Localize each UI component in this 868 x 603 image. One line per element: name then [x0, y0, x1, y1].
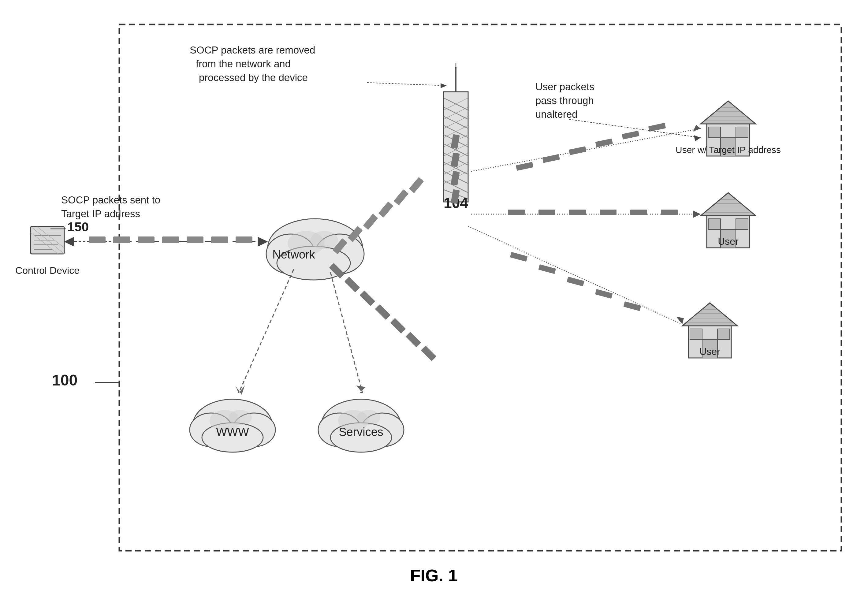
svg-rect-86 [187, 237, 203, 243]
svg-marker-40 [701, 101, 756, 124]
svg-rect-117 [566, 277, 584, 286]
svg-rect-118 [595, 289, 613, 299]
svg-rect-115 [510, 252, 528, 262]
user-pass-line2: pass through [535, 95, 594, 106]
svg-marker-81 [258, 238, 266, 245]
svg-rect-82 [89, 237, 105, 243]
svg-rect-125 [406, 332, 421, 348]
figure-caption: FIG. 1 [410, 566, 458, 585]
svg-rect-83 [113, 237, 130, 243]
svg-rect-104 [648, 123, 666, 131]
svg-rect-103 [622, 131, 639, 139]
svg-rect-129 [363, 214, 378, 230]
svg-rect-112 [661, 210, 678, 215]
svg-rect-60 [690, 329, 702, 340]
user1-label: User [718, 236, 739, 247]
svg-rect-111 [630, 210, 647, 215]
svg-marker-58 [682, 303, 737, 326]
svg-rect-130 [379, 202, 393, 218]
svg-rect-102 [596, 139, 613, 147]
svg-rect-99 [516, 162, 534, 171]
svg-marker-106 [693, 210, 701, 218]
svg-rect-0 [119, 25, 842, 551]
svg-point-77 [357, 410, 380, 425]
socp-sent-annotation: SOCP packets sent to [61, 194, 160, 206]
svg-rect-52 [736, 219, 748, 229]
svg-line-95 [330, 272, 362, 393]
svg-rect-108 [538, 210, 555, 215]
svg-rect-84 [138, 237, 155, 243]
services-label: Services [339, 425, 384, 438]
svg-marker-138 [694, 135, 701, 141]
svg-rect-109 [569, 210, 586, 215]
socp-sent-annotation2: Target IP address [61, 208, 140, 220]
svg-marker-98 [693, 125, 701, 131]
svg-rect-122 [360, 291, 375, 306]
svg-rect-123 [375, 305, 391, 320]
svg-line-113 [468, 226, 682, 324]
svg-rect-85 [162, 237, 179, 243]
diagram-number: 100 [52, 372, 77, 389]
svg-rect-131 [394, 189, 409, 205]
svg-marker-96 [356, 385, 366, 393]
control-device-number: 150 [67, 220, 89, 234]
svg-rect-51 [708, 219, 721, 229]
svg-line-135 [367, 83, 447, 86]
svg-rect-110 [600, 210, 616, 215]
svg-rect-101 [569, 146, 586, 155]
user-pass-line1: User packets [535, 81, 594, 93]
svg-marker-80 [66, 238, 73, 245]
svg-marker-136 [441, 83, 447, 88]
svg-rect-121 [345, 277, 360, 292]
control-device-label: Control Device [15, 265, 80, 276]
svg-rect-132 [409, 177, 424, 193]
svg-point-71 [229, 410, 252, 425]
network-label: Network [272, 248, 315, 261]
svg-rect-100 [542, 154, 560, 163]
svg-line-93 [239, 269, 294, 393]
socp-removed-line3: processed by the device [199, 72, 308, 83]
svg-rect-87 [211, 237, 228, 243]
user-pass-line3: unaltered [535, 108, 578, 120]
svg-rect-124 [390, 318, 406, 334]
svg-rect-42 [708, 127, 721, 138]
user2-label: User [699, 346, 720, 357]
svg-rect-43 [736, 127, 748, 138]
svg-rect-61 [718, 329, 730, 340]
socp-removed-line1: SOCP packets are removed [190, 44, 315, 56]
www-label: WWW [216, 425, 249, 438]
svg-rect-107 [508, 210, 525, 215]
user-target-label: User w/ Target IP address [676, 145, 781, 155]
socp-removed-line2: from the network and [196, 58, 291, 70]
svg-marker-49 [701, 193, 756, 216]
svg-marker-94 [235, 385, 245, 395]
svg-rect-126 [421, 346, 436, 361]
svg-point-6 [311, 231, 338, 249]
svg-rect-119 [624, 302, 641, 311]
svg-rect-88 [235, 237, 252, 243]
